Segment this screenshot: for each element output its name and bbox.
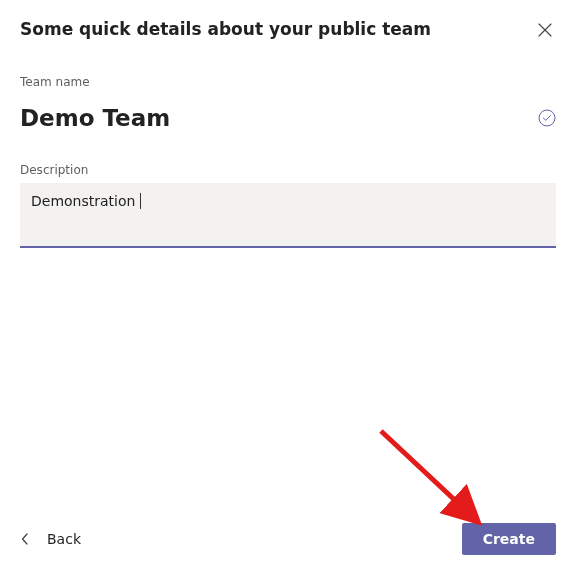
description-value: Demonstration — [31, 193, 135, 209]
team-name-label: Team name — [20, 75, 556, 89]
close-icon — [538, 23, 552, 37]
modal-title: Some quick details about your public tea… — [20, 19, 431, 39]
chevron-left-icon — [20, 532, 30, 546]
checkmark-icon — [538, 109, 556, 127]
create-team-modal: Some quick details about your public tea… — [0, 0, 576, 579]
team-name-value[interactable]: Demo Team — [20, 105, 170, 131]
back-label: Back — [47, 531, 81, 547]
close-button[interactable] — [534, 19, 556, 41]
create-button[interactable]: Create — [462, 523, 556, 555]
description-label: Description — [20, 163, 556, 177]
modal-header: Some quick details about your public tea… — [20, 19, 556, 41]
svg-point-0 — [539, 110, 555, 126]
modal-footer: Back Create — [20, 523, 556, 559]
team-name-row: Demo Team — [20, 105, 556, 131]
description-input[interactable]: Demonstration — [20, 183, 556, 248]
back-button[interactable]: Back — [20, 531, 81, 547]
